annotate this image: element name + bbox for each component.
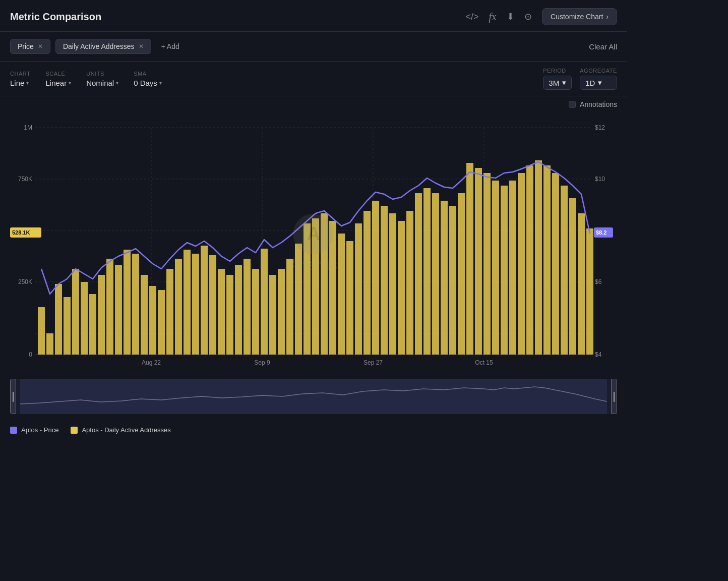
code-icon[interactable]: </>	[465, 12, 478, 22]
scale-select[interactable]: Linear ▾	[45, 79, 71, 87]
daa-tag[interactable]: Daily Active Addresses ✕	[55, 39, 151, 54]
chart-value: Line	[10, 79, 24, 87]
svg-rect-78	[501, 186, 508, 355]
legend-item-daa: Aptos - Daily Active Addresses	[71, 426, 170, 434]
svg-rect-39	[166, 269, 173, 355]
legend: Aptos - Price Aptos - Daily Active Addre…	[0, 418, 627, 442]
chart-select[interactable]: Line ▾	[10, 79, 30, 87]
svg-rect-54	[295, 244, 302, 355]
svg-rect-62	[363, 211, 371, 355]
svg-rect-67	[406, 211, 413, 355]
svg-rect-65	[389, 213, 396, 355]
units-arrow-icon: ▾	[116, 80, 118, 86]
svg-rect-72	[449, 206, 456, 355]
svg-rect-74	[466, 163, 473, 355]
svg-text:$8.2: $8.2	[596, 229, 606, 236]
svg-rect-81	[526, 165, 533, 355]
svg-rect-83	[543, 165, 551, 355]
units-select[interactable]: Nominal ▾	[86, 79, 118, 87]
mini-chart-svg	[10, 379, 617, 414]
chevron-right-icon: ›	[606, 13, 609, 21]
sma-control: SMA 0 Days ▾	[134, 71, 162, 87]
svg-rect-57	[321, 213, 328, 355]
svg-text:Sep 9: Sep 9	[254, 359, 270, 366]
tags-bar: Price ✕ Daily Active Addresses ✕ + Add C…	[0, 32, 627, 62]
mini-handle-right[interactable]	[611, 379, 617, 414]
svg-rect-56	[312, 218, 319, 355]
annotations-row: Annotations	[0, 96, 627, 112]
aggregate-label: AGGREGATE	[580, 68, 617, 74]
camera-icon[interactable]: ⊙	[524, 11, 532, 22]
svg-rect-60	[346, 241, 353, 355]
clear-all-button[interactable]: Clear All	[589, 42, 617, 51]
download-icon[interactable]: ⬇	[507, 11, 514, 22]
chart-label: CHART	[10, 71, 30, 77]
right-controls: PERIOD 3M ▾ AGGREGATE 1D ▾	[543, 68, 617, 90]
sma-select[interactable]: 0 Days ▾	[134, 79, 162, 87]
svg-rect-46	[226, 275, 233, 355]
svg-rect-52	[278, 269, 285, 355]
svg-rect-85	[561, 186, 568, 355]
price-tag[interactable]: Price ✕	[10, 39, 50, 54]
price-tag-label: Price	[18, 42, 34, 50]
svg-rect-70	[432, 193, 439, 355]
mini-handle-left[interactable]	[10, 379, 16, 414]
legend-label-price: Aptos - Price	[21, 426, 58, 434]
svg-rect-59	[338, 234, 345, 355]
svg-rect-34	[124, 250, 131, 355]
svg-rect-25	[46, 333, 53, 355]
svg-rect-68	[415, 193, 422, 355]
svg-rect-66	[398, 221, 405, 355]
price-tag-close[interactable]: ✕	[38, 43, 43, 50]
svg-rect-87	[578, 213, 585, 355]
period-arrow-icon: ▾	[562, 78, 566, 87]
svg-rect-76	[483, 173, 491, 355]
svg-rect-93	[20, 379, 607, 414]
customize-chart-button[interactable]: Customize Chart ›	[542, 8, 617, 25]
svg-rect-41	[184, 250, 191, 355]
svg-rect-47	[235, 265, 242, 355]
svg-text:250K: 250K	[18, 278, 32, 285]
svg-rect-84	[552, 173, 559, 355]
svg-text:Aug 22: Aug 22	[142, 359, 161, 366]
svg-text:528.1K: 528.1K	[12, 229, 30, 236]
svg-rect-42	[192, 254, 199, 355]
aggregate-control: AGGREGATE 1D ▾	[580, 68, 617, 90]
svg-rect-53	[286, 259, 293, 355]
svg-rect-75	[475, 168, 482, 355]
svg-rect-24	[38, 307, 45, 355]
aggregate-select[interactable]: 1D ▾	[580, 76, 617, 90]
svg-text:Sep 27: Sep 27	[363, 359, 383, 366]
period-label: PERIOD	[543, 68, 572, 74]
units-label: UNITS	[86, 71, 118, 77]
svg-rect-30	[89, 294, 96, 355]
formula-icon[interactable]: fx	[489, 11, 497, 23]
mini-chart[interactable]	[10, 379, 617, 414]
svg-rect-32	[106, 259, 113, 355]
add-metric-button[interactable]: + Add	[156, 39, 185, 53]
annotations-checkbox[interactable]	[569, 101, 576, 108]
svg-rect-50	[261, 249, 268, 355]
svg-rect-26	[55, 284, 62, 355]
sma-label: SMA	[134, 71, 162, 77]
svg-rect-82	[535, 160, 542, 355]
daa-tag-close[interactable]: ✕	[139, 43, 144, 50]
svg-rect-37	[149, 286, 156, 355]
header: Metric Comparison </> fx ⬇ ⊙ Customize C…	[0, 0, 627, 32]
period-select[interactable]: 3M ▾	[543, 76, 572, 90]
scale-arrow-icon: ▾	[69, 80, 71, 86]
svg-text:Oct 15: Oct 15	[475, 359, 493, 366]
svg-rect-40	[175, 259, 182, 355]
svg-text:$12: $12	[595, 124, 605, 131]
aggregate-value: 1D	[585, 79, 595, 87]
svg-text:$4: $4	[595, 351, 602, 358]
svg-rect-36	[141, 275, 148, 355]
svg-rect-45	[218, 269, 225, 355]
svg-rect-31	[98, 275, 105, 355]
svg-rect-71	[441, 201, 448, 355]
sma-value: 0 Days	[134, 79, 157, 87]
svg-rect-61	[355, 223, 362, 355]
svg-rect-86	[569, 198, 576, 355]
legend-item-price: Aptos - Price	[10, 426, 58, 434]
chart-svg: 1M 750K 500K 250K 0 $12 $10 $8 $6 $4 Aug…	[10, 112, 617, 375]
